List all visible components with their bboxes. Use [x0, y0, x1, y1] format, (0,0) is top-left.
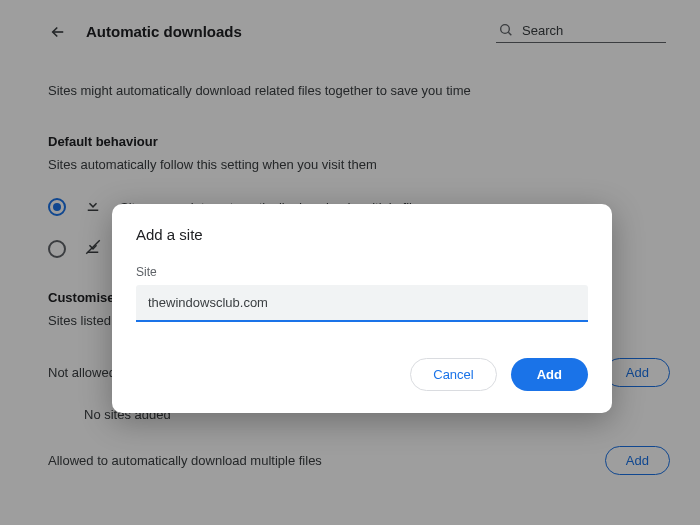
site-url-input[interactable]	[136, 285, 588, 322]
site-field-label: Site	[136, 265, 588, 279]
add-button[interactable]: Add	[511, 358, 588, 391]
dialog-title: Add a site	[136, 226, 588, 243]
dialog-actions: Cancel Add	[136, 358, 588, 391]
cancel-button[interactable]: Cancel	[410, 358, 496, 391]
add-site-dialog: Add a site Site Cancel Add	[112, 204, 612, 413]
